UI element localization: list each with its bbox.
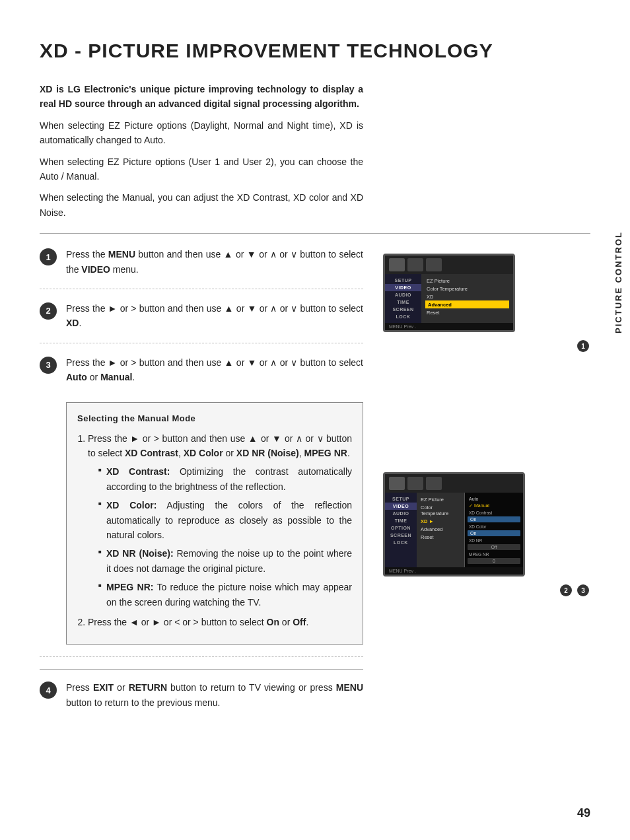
bullet-list: XD Contrast: Optimizing the contrast aut… — [88, 464, 352, 610]
side-label: PICTURE CONTROL — [613, 231, 623, 333]
exit-label: EXIT — [93, 682, 114, 693]
tv2-mid-advanced: Advanced — [419, 525, 462, 533]
xd-nr-label: XD NR (Noise) — [236, 448, 299, 458]
step-4-circle: 4 — [40, 682, 57, 699]
tv-mid-menu-2: EZ Picture Color Temperature XD ► Advanc… — [417, 493, 464, 567]
manual-steps-list: Press the ► or > button and then use ▲ o… — [77, 431, 352, 630]
tv2-left-time: TIME — [385, 517, 417, 524]
main-layout: 1 Press the MENU button and then use ▲ o… — [40, 247, 590, 734]
bullet-xd-nr: XD NR (Noise): Removing the noise up to … — [98, 546, 352, 576]
tv-left-screen: SCREEN — [385, 306, 421, 313]
manual-mode-box: Selecting the Manual Mode Press the ► or… — [66, 402, 363, 645]
intro-block: XD is LG Electronic's unique picture imp… — [40, 82, 363, 220]
menu-label-4: MENU — [336, 682, 363, 693]
manual-step-1: Press the ► or > button and then use ▲ o… — [88, 431, 352, 610]
intro-p4: When selecting the Manual, you can adjus… — [40, 190, 363, 220]
badge-3: 3 — [577, 584, 589, 596]
tv2-sub-xdcontrast-label: XD Contrast — [468, 509, 520, 516]
bullet-mpeg-nr: MPEG NR: To reduce the picture noise whi… — [98, 580, 352, 610]
menu-label: MENU — [108, 249, 135, 260]
step-badge-row-23: 2 3 — [383, 583, 590, 598]
tv-right-menu-1: EZ Picture Color Temperature XD Advanced… — [421, 274, 513, 323]
tv-right-ez: EZ Picture — [425, 277, 509, 285]
tv-left-audio: AUDIO — [385, 291, 421, 298]
tv2-mid-colortemp: Color Temperature — [419, 503, 462, 517]
right-column: SETUP VIDEO AUDIO TIME SCREEN LOCK EZ Pi… — [383, 247, 590, 734]
tv2-sub-xdcolor-label: XD Color — [468, 523, 520, 530]
tv2-sub-xdnr-val: Off — [468, 544, 520, 550]
mpeg-nr-label: MPEG NR — [304, 448, 347, 458]
tv-left-time: TIME — [385, 298, 421, 306]
tv-screen-2: SETUP VIDEO AUDIO TIME OPTION SCREEN LOC… — [383, 472, 525, 577]
tv2-left-option: OPTION — [385, 524, 417, 532]
tv-right-reset: Reset — [425, 308, 509, 316]
left-column: 1 Press the MENU button and then use ▲ o… — [40, 247, 363, 734]
video-label: VIDEO — [81, 264, 110, 275]
step-1-circle: 1 — [40, 248, 57, 265]
tv-footer-1: MENU Prev . — [385, 323, 513, 330]
off-label: Off — [293, 617, 306, 627]
tv2-left-video: VIDEO — [385, 503, 417, 510]
step-1-block: 1 Press the MENU button and then use ▲ o… — [40, 247, 363, 289]
intro-p1: XD is LG Electronic's unique picture imp… — [40, 82, 363, 112]
return-label: RETURN — [129, 682, 167, 693]
on-label: On — [267, 617, 279, 627]
tv2-sub-xdnr-label: XD NR — [468, 537, 520, 543]
tv-left-video: VIDEO — [385, 284, 421, 291]
xd-color-label: XD Color — [184, 448, 223, 458]
xd-label-2: XD — [66, 318, 79, 328]
tv-sub-menu-2: Auto ✓ Manual XD Contrast On XD Color On… — [464, 493, 523, 567]
step-2-circle: 2 — [40, 302, 57, 320]
tv2-sub-xdcolor-val: On — [468, 530, 520, 536]
step-2-text: Press the ► or > button and then use ▲ o… — [66, 301, 363, 331]
step-3-text: Press the ► or > button and then use ▲ o… — [66, 355, 363, 645]
auto-label: Auto — [66, 372, 87, 382]
page-number: 49 — [577, 806, 590, 820]
tv-right-xd: XD — [425, 293, 509, 300]
manual-label: Manual — [100, 372, 132, 382]
step-3-circle: 3 — [40, 357, 57, 374]
page-container: PICTURE CONTROL XD - PICTURE IMPROVEMENT… — [0, 0, 630, 840]
step-3-block: 3 Press the ► or > button and then use ▲… — [40, 355, 363, 658]
bullet-xd-color: XD Color: Adjusting the colors of the re… — [98, 498, 352, 542]
divider — [40, 233, 590, 234]
step-badge-row-1: 1 — [383, 339, 590, 353]
tv-left-lock: LOCK — [385, 313, 421, 320]
tv-menu-area-1: SETUP VIDEO AUDIO TIME SCREEN LOCK EZ Pi… — [385, 274, 513, 323]
tv-left-setup: SETUP — [385, 277, 421, 284]
step-4-block: 4 Press EXIT or RETURN button to return … — [40, 669, 363, 722]
tv2-sub-manual: ✓ Manual — [468, 502, 520, 509]
tv-menu-area-2: SETUP VIDEO AUDIO TIME OPTION SCREEN LOC… — [385, 493, 523, 567]
tv2-left-screen: SCREEN — [385, 532, 417, 539]
tv2-left-setup: SETUP — [385, 495, 417, 503]
step-1-text: Press the MENU button and then use ▲ or … — [66, 247, 363, 277]
tv2-left-audio: AUDIO — [385, 510, 417, 517]
tv2-sub-xdcontrast-val: On — [468, 516, 520, 522]
xd-contrast-label: XD Contrast — [125, 448, 178, 458]
tv-screen-2-group: SETUP VIDEO AUDIO TIME OPTION SCREEN LOC… — [383, 472, 590, 598]
bullet-xd-contrast: XD Contrast: Optimizing the contrast aut… — [98, 464, 352, 494]
step-4-text: Press EXIT or RETURN button to return to… — [66, 680, 363, 710]
tv2-sub-mpegnr-label: MPEG NR — [468, 551, 520, 557]
badge-2: 2 — [560, 584, 572, 596]
tv2-left-lock: LOCK — [385, 539, 417, 546]
tv-screen-1: SETUP VIDEO AUDIO TIME SCREEN LOCK EZ Pi… — [383, 254, 515, 332]
tv-right-color-temp: Color Temperature — [425, 285, 509, 293]
tv2-sub-mpegnr-val: 0 — [468, 558, 520, 564]
step-2-block: 2 Press the ► or > button and then use ▲… — [40, 301, 363, 343]
intro-p2: When selecting EZ Picture options (Dayli… — [40, 118, 363, 148]
tv2-mid-ez: EZ Picture — [419, 495, 462, 503]
manual-step-2: Press the ◄ or ► or < or > button to sel… — [88, 615, 352, 629]
intro-p3: When selecting EZ Picture options (User … — [40, 155, 363, 184]
tv-left-menu-1: SETUP VIDEO AUDIO TIME SCREEN LOCK — [385, 274, 421, 323]
manual-box-title: Selecting the Manual Mode — [77, 412, 352, 426]
tv-screen-1-group: SETUP VIDEO AUDIO TIME SCREEN LOCK EZ Pi… — [383, 254, 590, 353]
tv2-sub-auto: Auto — [468, 495, 520, 502]
tv-footer-2: MENU Prev . — [385, 567, 523, 575]
tv-right-advanced: Advanced — [425, 300, 509, 308]
page-title: XD - PICTURE IMPROVEMENT TECHNOLOGY — [40, 40, 590, 62]
tv2-mid-xd: XD ► — [419, 517, 462, 525]
tv-left-menu-2: SETUP VIDEO AUDIO TIME OPTION SCREEN LOC… — [385, 493, 417, 567]
tv2-mid-reset: Reset — [419, 533, 462, 541]
badge-1: 1 — [577, 340, 589, 352]
